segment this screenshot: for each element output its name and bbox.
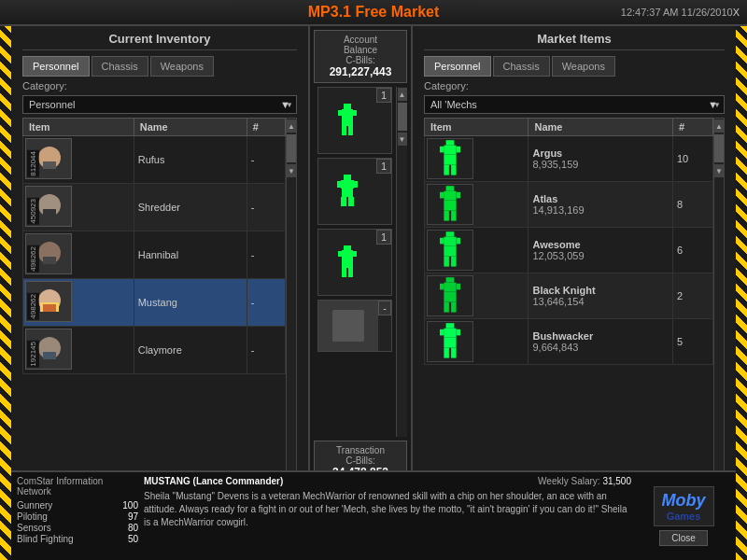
tab-weapons-left[interactable]: Weapons bbox=[150, 56, 214, 77]
right-row-name: Bushwacker 9,664,843 bbox=[529, 319, 672, 365]
cart-item-1[interactable]: 1 bbox=[317, 87, 392, 154]
left-row-avatar: 812044 bbox=[23, 136, 134, 184]
svg-rect-25 bbox=[337, 181, 341, 188]
left-scroll-thumb[interactable] bbox=[287, 134, 296, 162]
right-scroll-down[interactable]: ▼ bbox=[714, 164, 724, 177]
right-panel-title: Market Items bbox=[424, 26, 725, 50]
left-row-avatar: 498262 bbox=[23, 231, 134, 279]
svg-rect-50 bbox=[451, 211, 457, 221]
right-row-qty: 6 bbox=[672, 228, 712, 273]
right-table-row[interactable]: Bushwacker 9,664,843 5 bbox=[425, 319, 713, 365]
left-row-qty: - bbox=[247, 231, 285, 279]
svg-rect-17 bbox=[342, 109, 353, 117]
left-table-row[interactable]: 192145 Claymore - bbox=[23, 327, 286, 374]
id-label-0: 812044 bbox=[27, 150, 39, 177]
cart-qty-4: - bbox=[378, 301, 391, 315]
cart-item-2[interactable]: 1 bbox=[317, 158, 392, 225]
category-dropdown-left[interactable]: Personnel ▼ bbox=[22, 95, 297, 114]
title-bar: MP3.1 Free Market 12:47:37 AM 11/26/2010… bbox=[0, 0, 747, 26]
cart-qty-1: 1 bbox=[376, 88, 391, 103]
right-table-row[interactable]: Atlas 14,913,169 8 bbox=[425, 182, 713, 228]
tab-personnel-right[interactable]: Personnel bbox=[424, 56, 491, 77]
mid-scroll-up[interactable]: ▲ bbox=[398, 88, 407, 101]
mech-icon-row-3 bbox=[427, 275, 473, 316]
svg-rect-69 bbox=[444, 338, 456, 348]
left-scroll-up[interactable]: ▲ bbox=[287, 119, 296, 133]
account-label3: C-Bills: bbox=[322, 55, 399, 65]
tab-chassis-left[interactable]: Chassis bbox=[92, 56, 148, 77]
tab-chassis-right[interactable]: Chassis bbox=[493, 56, 550, 77]
avatar-4: 192145 bbox=[25, 329, 72, 370]
left-table-row[interactable]: 498262 Hannibal - bbox=[23, 231, 286, 279]
left-row-name: Mustang bbox=[134, 279, 247, 327]
mid-scrollbar[interactable]: ▲ ▼ bbox=[396, 87, 407, 437]
category-select-row-left: Personnel ▼ bbox=[22, 95, 297, 114]
stats-column: ComStar Information Network Gunnery100Pi… bbox=[17, 476, 138, 556]
mid-scroll-down[interactable]: ▼ bbox=[398, 133, 407, 146]
svg-rect-59 bbox=[444, 283, 456, 292]
mech-svg-4 bbox=[430, 321, 471, 362]
cart-item-3[interactable]: 1 bbox=[317, 229, 392, 296]
svg-rect-18 bbox=[338, 110, 342, 116]
cart-qty-2: 1 bbox=[376, 159, 391, 174]
right-row-icon bbox=[425, 319, 529, 365]
col-item-left: Item bbox=[23, 119, 134, 136]
svg-rect-30 bbox=[344, 245, 351, 250]
svg-rect-55 bbox=[444, 246, 456, 257]
svg-rect-71 bbox=[451, 348, 457, 358]
tab-personnel-left[interactable]: Personnel bbox=[22, 56, 90, 77]
svg-rect-47 bbox=[457, 192, 460, 199]
svg-rect-45 bbox=[444, 191, 456, 201]
right-market-table: Item Name # bbox=[424, 118, 713, 365]
mech-svg-2 bbox=[430, 230, 471, 271]
title-text: MP3.1 Free Market bbox=[308, 4, 440, 21]
left-row-avatar: 192145 bbox=[23, 327, 134, 374]
svg-rect-44 bbox=[446, 186, 455, 191]
svg-rect-49 bbox=[444, 211, 449, 221]
left-scroll-down[interactable]: ▼ bbox=[287, 164, 296, 177]
svg-rect-5 bbox=[43, 209, 56, 217]
close-button[interactable]: X bbox=[733, 7, 740, 18]
stat-value: 100 bbox=[122, 500, 138, 511]
right-row-qty: 5 bbox=[672, 319, 712, 365]
right-scroll-up[interactable]: ▲ bbox=[714, 119, 724, 133]
cart-mech-2 bbox=[318, 159, 376, 224]
svg-rect-22 bbox=[348, 126, 353, 135]
svg-rect-15 bbox=[43, 352, 56, 359]
right-scroll-thumb[interactable] bbox=[714, 134, 724, 162]
tab-weapons-right[interactable]: Weapons bbox=[552, 56, 615, 77]
svg-rect-29 bbox=[348, 197, 354, 206]
account-balance: 291,227,443 bbox=[322, 65, 399, 78]
right-table-row[interactable]: Awesome 12,053,059 6 bbox=[425, 228, 713, 273]
account-label2: Balance bbox=[322, 45, 399, 55]
left-table-row[interactable]: 450923 Shredder - bbox=[23, 184, 286, 231]
svg-rect-20 bbox=[342, 117, 353, 126]
svg-rect-31 bbox=[342, 250, 353, 259]
stat-row: Blind Fighting50 bbox=[17, 534, 138, 544]
id-label-1: 450923 bbox=[27, 198, 39, 225]
moby-games-logo: Moby Games bbox=[654, 486, 714, 526]
right-table-row[interactable]: Black Knight 13,646,154 2 bbox=[425, 273, 713, 319]
avatar-0: 812044 bbox=[25, 138, 72, 179]
svg-rect-37 bbox=[446, 140, 455, 146]
svg-rect-39 bbox=[440, 147, 444, 153]
avatar-3: 498262 bbox=[25, 281, 72, 322]
mid-scroll-thumb[interactable] bbox=[398, 103, 407, 131]
svg-rect-36 bbox=[348, 268, 353, 277]
svg-rect-65 bbox=[446, 323, 455, 329]
svg-rect-38 bbox=[444, 146, 456, 155]
svg-rect-68 bbox=[457, 329, 460, 336]
mech-svg-3 bbox=[430, 275, 471, 316]
svg-rect-64 bbox=[451, 302, 457, 313]
left-table-row[interactable]: 498262 Mustang - bbox=[23, 279, 286, 327]
cart-item-4[interactable]: - bbox=[317, 300, 392, 352]
close-bottom-button[interactable]: Close bbox=[659, 530, 708, 546]
category-dropdown-right[interactable]: All 'Mechs ▼ bbox=[424, 95, 725, 114]
cart-portrait-4 bbox=[318, 301, 378, 351]
mech-icon-row-0 bbox=[427, 138, 473, 179]
left-table-row[interactable]: 812044 Rufus - bbox=[23, 136, 286, 184]
avatar-2: 498262 bbox=[25, 233, 72, 274]
svg-rect-60 bbox=[440, 284, 444, 290]
cart-qty-3: 1 bbox=[376, 230, 391, 245]
right-table-row[interactable]: Argus 8,935,159 10 bbox=[425, 136, 713, 182]
